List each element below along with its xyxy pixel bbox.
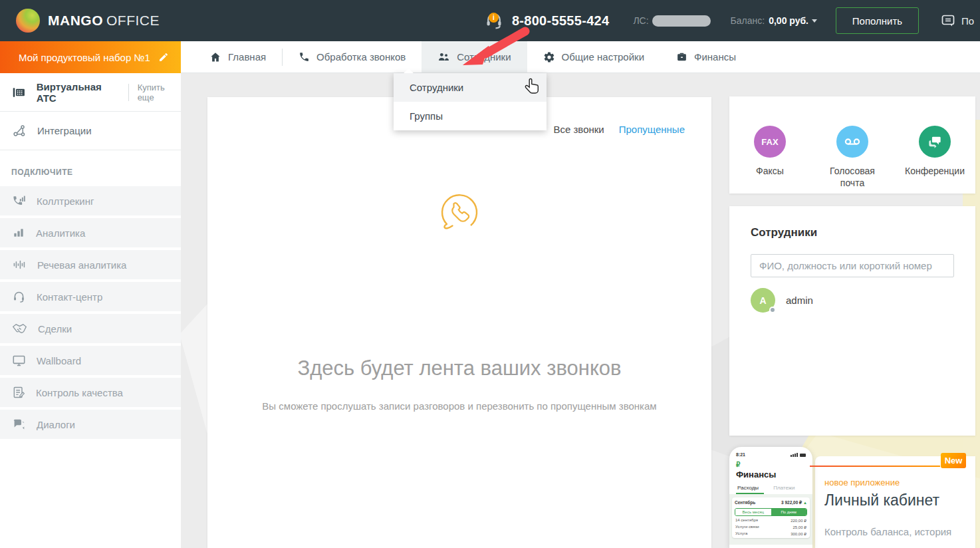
promo-kicker: новое приложение <box>824 478 966 487</box>
people-icon <box>437 51 450 63</box>
balance-value[interactable]: 0,00 руб. <box>769 15 808 26</box>
support-label: По <box>961 15 974 27</box>
sidebar: Виртуальная АТС Купить еще Интеграции ПО… <box>0 73 181 548</box>
phone-tab-expenses: Расходы <box>736 483 764 494</box>
empty-state-subtitle: Вы сможете прослушать записи разговоров … <box>207 400 711 412</box>
employee-list-item[interactable]: A admin <box>751 288 954 313</box>
deals-handshake-icon <box>12 322 27 335</box>
contact-center-icon <box>12 290 26 304</box>
tab-missed-calls[interactable]: Пропущенные <box>619 124 685 135</box>
phone-handset-empty-icon <box>436 190 483 237</box>
up-arrow-icon: ▲ <box>803 501 807 505</box>
brand-name-light: OFFICE <box>106 13 160 28</box>
sidebar-item-integrations[interactable]: Интеграции <box>0 112 181 150</box>
phone-segment-by-day: По дням <box>771 509 807 515</box>
promo-title: Личный кабинет <box>824 491 966 509</box>
service-fax[interactable]: FAX Факсы <box>739 126 800 178</box>
calls-feed-card: Все звонки Пропущенные Здесь будет лента… <box>207 97 711 548</box>
phone-row-label: Услуги связи <box>735 525 759 529</box>
voicemail-icon <box>836 126 868 158</box>
phone-time: 8:21 <box>736 452 745 457</box>
support-phone-number[interactable]: 8-800-5555-424 <box>512 13 610 29</box>
nav-label-home: Главная <box>228 51 266 63</box>
analytics-icon <box>12 226 25 239</box>
sidebar-item-calltracking[interactable]: Коллтрекинг <box>0 186 181 215</box>
brand-name-bold: MANGO <box>48 13 103 28</box>
wallboard-monitor-icon <box>12 354 26 367</box>
phone-mockup: 8:21 ₽ Финансы Расходы Платежи Сентябрь … <box>729 447 812 548</box>
nav-label-finance: Финансы <box>694 51 736 63</box>
dropdown-item-employees[interactable]: Сотрудники <box>394 73 547 102</box>
nav-item-finance[interactable]: Финансы <box>660 41 752 72</box>
battery-icon <box>800 454 806 457</box>
support-chat-link[interactable]: По <box>940 13 980 29</box>
nav-item-employees[interactable]: Сотрудники <box>422 41 527 72</box>
services-card: FAX Факсы Голосовая почта Конференции <box>729 96 975 194</box>
phone-row-value: 25,00 ₽ <box>793 525 807 529</box>
sidebar-item-deals[interactable]: Сделки <box>0 314 181 343</box>
sidebar-item-quality-control[interactable]: Контроль качества <box>0 378 181 407</box>
sidebar-item-analytics[interactable]: Аналитика <box>0 218 181 247</box>
phone-row-value: 220,00 ₽ <box>791 518 806 523</box>
sidebar-item-wallboard[interactable]: Wallboard <box>0 346 181 375</box>
sidebar-item-label: Сделки <box>38 323 72 335</box>
dropdown-item-groups[interactable]: Группы <box>394 102 547 130</box>
new-badge: New <box>941 453 966 468</box>
phone-row-label: Услуга <box>735 531 747 536</box>
balance-dropdown-caret-icon[interactable] <box>812 19 817 23</box>
virtual-pbx-label: Виртуальная АТС <box>37 81 119 104</box>
sidebar-item-virtual-pbx[interactable]: Виртуальная АТС Купить еще <box>0 73 181 112</box>
employee-name: admin <box>786 295 813 306</box>
product-set-title: Мой продуктовый набор №1 <box>19 52 150 63</box>
brand-name: MANGOOFFICE <box>48 13 160 29</box>
nav-item-settings[interactable]: Общие настройки <box>527 41 661 72</box>
phone-month-label: Сентябрь <box>735 500 755 505</box>
nav-label-employees: Сотрудники <box>457 51 511 63</box>
calls-empty-state: Здесь будет лента ваших звонков Вы сможе… <box>207 356 711 412</box>
employee-search-input[interactable] <box>751 254 954 277</box>
integrations-icon <box>12 124 27 138</box>
service-voicemail[interactable]: Голосовая почта <box>822 126 883 189</box>
sidebar-item-label: Контакт-центр <box>37 291 102 303</box>
balance-label: Баланс: <box>731 15 765 26</box>
sidebar-item-dialogs[interactable]: Диалоги <box>0 410 181 439</box>
speech-analytics-icon <box>12 258 27 271</box>
product-set-bar[interactable]: Мой продуктовый набор №1 <box>0 41 181 73</box>
phone-month-total: 3 922,00 ₽ <box>781 500 802 505</box>
employee-avatar: A <box>751 288 775 313</box>
service-label-conference: Конференции <box>904 166 965 178</box>
home-icon <box>209 51 221 63</box>
service-conference[interactable]: Конференции <box>904 126 965 178</box>
status-dot <box>769 307 776 313</box>
nav-label-settings: Общие настройки <box>562 51 645 63</box>
conference-icon <box>919 126 951 158</box>
topup-button[interactable]: Пополнить <box>836 7 919 34</box>
sidebar-item-label: Контроль качества <box>36 387 123 398</box>
info-badge: i <box>489 13 499 23</box>
brand-logo[interactable]: MANGOOFFICE <box>16 9 160 33</box>
calltracking-icon <box>12 194 26 208</box>
nav-item-call-processing[interactable]: Обработка звонков <box>283 41 422 72</box>
buy-more-link[interactable]: Купить еще <box>138 82 181 102</box>
edit-pencil-icon[interactable] <box>158 52 169 63</box>
service-label-voicemail: Голосовая почта <box>822 166 883 189</box>
promo-card[interactable]: новое приложение Личный кабинет Контроль… <box>815 456 975 548</box>
sidebar-item-contact-center[interactable]: Контакт-центр <box>0 282 181 311</box>
tab-all-calls[interactable]: Все звонки <box>553 124 604 135</box>
quality-control-icon <box>12 386 25 399</box>
support-headset-icon[interactable]: i <box>484 11 504 31</box>
wallet-icon <box>676 51 687 63</box>
phone-screen: Сентябрь 3 922,00 ₽ ▲ Весь месяц По дням… <box>729 494 812 545</box>
nav-item-home[interactable]: Главная <box>193 41 282 72</box>
main-navigation: Главная Обработка звонков Сотрудники Общ… <box>181 41 980 73</box>
sidebar-item-label: Коллтрекинг <box>37 196 94 207</box>
avatar-initial: A <box>759 295 766 306</box>
phone-screen-title: Финансы <box>736 470 806 480</box>
phone-row-value: 300,00 ₽ <box>791 531 806 536</box>
phone-icon <box>299 51 310 63</box>
phone-currency-icon: ₽ <box>736 461 806 468</box>
sidebar-item-label: Диалоги <box>37 419 75 430</box>
sidebar-item-speech-analytics[interactable]: Речевая аналитика <box>0 250 181 279</box>
empty-state-title: Здесь будет лента ваших звонков <box>207 356 711 380</box>
sidebar-item-label: Аналитика <box>36 227 85 239</box>
